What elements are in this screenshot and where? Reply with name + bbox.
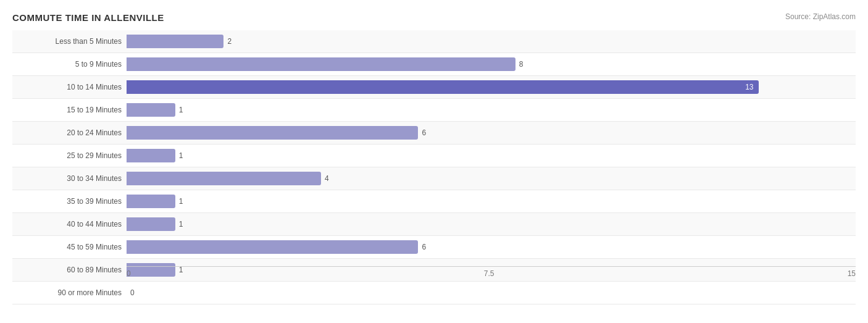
bar-fill: [127, 172, 321, 185]
bar-value: 1: [179, 197, 183, 206]
bar-label: 25 to 29 Minutes: [12, 151, 127, 160]
x-axis: 0 7.5 15: [127, 267, 856, 285]
bar-label: 15 to 19 Minutes: [12, 106, 127, 114]
bar-value: 1: [179, 151, 183, 160]
bar-label: 30 to 34 Minutes: [12, 174, 127, 183]
bar-label: 5 to 9 Minutes: [12, 60, 127, 69]
chart-title: COMMUTE TIME IN ALLENVILLE: [12, 12, 856, 23]
bar-row: 25 to 29 Minutes1: [12, 145, 856, 167]
bar-row: 15 to 19 Minutes1: [12, 99, 856, 122]
bar-track: 6: [127, 122, 856, 144]
bar-label: 35 to 39 Minutes: [12, 197, 127, 206]
bar-row: 30 to 34 Minutes4: [12, 167, 856, 190]
x-tick-mid: 7.5: [484, 269, 495, 278]
bar-label: 90 or more Minutes: [12, 288, 127, 297]
bar-value: 4: [325, 174, 329, 183]
bar-track: 6: [127, 236, 856, 258]
bar-row: 5 to 9 Minutes8: [12, 53, 856, 76]
bar-track: 2: [127, 30, 856, 52]
bar-fill: [127, 126, 418, 140]
bar-fill: [127, 217, 175, 231]
bar-label: 45 to 59 Minutes: [12, 243, 127, 251]
bar-track: 1: [127, 213, 856, 235]
source-label: Source: ZipAtlas.com: [785, 12, 856, 21]
bar-fill: [127, 149, 175, 162]
bar-fill: [127, 240, 418, 254]
bar-label: 60 to 89 Minutes: [12, 266, 127, 274]
bar-fill: 13: [127, 80, 759, 94]
bar-track: 13: [127, 76, 856, 98]
bar-label: Less than 5 Minutes: [12, 37, 127, 46]
bar-track: 1: [127, 99, 856, 121]
bar-value: 1: [179, 106, 183, 114]
bar-fill: [127, 195, 175, 208]
chart-container: COMMUTE TIME IN ALLENVILLE Source: ZipAt…: [0, 0, 868, 323]
bar-row: 35 to 39 Minutes1: [12, 190, 856, 213]
bar-label: 40 to 44 Minutes: [12, 220, 127, 229]
x-tick-0: 0: [127, 269, 131, 278]
bar-fill: [127, 103, 175, 117]
bar-value: 6: [422, 243, 426, 251]
bar-value: 6: [422, 128, 426, 137]
bar-value: 1: [179, 220, 183, 229]
bar-track: 1: [127, 145, 856, 167]
chart-area: Less than 5 Minutes25 to 9 Minutes810 to…: [12, 30, 856, 285]
bar-value: 0: [130, 288, 135, 297]
bar-label: 10 to 14 Minutes: [12, 83, 127, 91]
bar-value: 2: [227, 37, 232, 46]
bar-value: 8: [519, 60, 524, 69]
x-tick-max: 15: [848, 269, 856, 278]
bar-track: 1: [127, 190, 856, 212]
bar-row: 40 to 44 Minutes1: [12, 213, 856, 236]
bar-fill: [127, 35, 223, 48]
bar-label: 20 to 24 Minutes: [12, 128, 127, 137]
bar-value: 13: [745, 83, 758, 91]
bar-row: 20 to 24 Minutes6: [12, 122, 856, 145]
bar-fill: [127, 57, 515, 71]
bar-track: 4: [127, 167, 856, 190]
bar-row: 10 to 14 Minutes13: [12, 76, 856, 99]
bars-section: Less than 5 Minutes25 to 9 Minutes810 to…: [12, 30, 856, 267]
bar-row: 45 to 59 Minutes6: [12, 236, 856, 259]
bar-row: Less than 5 Minutes2: [12, 30, 856, 53]
bar-track: 8: [127, 53, 856, 75]
